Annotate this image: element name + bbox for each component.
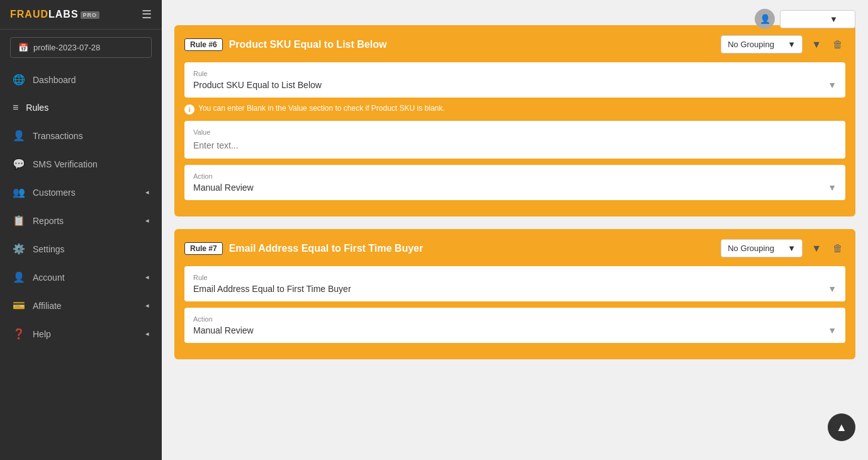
grouping-label: No Grouping	[728, 40, 774, 49]
rule-6-action-field: Action Manual Review ▼	[184, 165, 845, 200]
chevron-down-icon: ▼	[828, 325, 837, 335]
chevron-right-icon: ◂	[145, 216, 149, 225]
sidebar-item-label: Dashboard	[33, 75, 76, 85]
account-icon: 👤	[13, 271, 25, 283]
sidebar-nav: 🌐 Dashboard ≡ Rules 👤 Transactions 💬 SMS…	[0, 65, 162, 348]
value-label: Value	[193, 128, 837, 136]
rule-7-header: Rule #7 Email Address Equal to First Tim…	[184, 239, 845, 257]
chevron-down-icon: ▼	[830, 14, 838, 24]
info-text-content: You can enter Blank in the Value section…	[198, 104, 445, 113]
action-value: Manual Review ▼	[193, 182, 837, 193]
dashboard-icon: 🌐	[13, 74, 25, 86]
profile-label: profile-2023-07-28	[33, 43, 100, 52]
rule-value-text: Email Address Equal to First Time Buyer	[193, 284, 351, 294]
sidebar-item-label: Affiliate	[33, 301, 62, 311]
rule-7-expand-button[interactable]: ▼	[809, 240, 824, 257]
sidebar-item-sms-verification[interactable]: 💬 SMS Verification	[0, 150, 162, 178]
rule-6-value-field: Value	[184, 121, 845, 159]
sidebar: FRAUDLABSPRO ☰ 📅 profile-2023-07-28 🌐 Da…	[0, 0, 162, 460]
sidebar-item-affiliate[interactable]: 💳 Affiliate ◂	[0, 291, 162, 320]
scroll-top-button[interactable]: ▲	[828, 413, 855, 441]
rules-icon: ≡	[13, 102, 18, 113]
sidebar-item-label: Help	[33, 329, 51, 339]
rule-6-badge: Rule #6	[184, 38, 223, 51]
sidebar-item-account[interactable]: 👤 Account ◂	[0, 263, 162, 291]
main-content: 👤 ▼ Rule #6 Product SKU Equal to List Be…	[162, 0, 868, 460]
rule-value-text: Product SKU Equal to List Below	[193, 80, 322, 90]
profile-button[interactable]: 📅 profile-2023-07-28	[10, 37, 152, 58]
user-dropdown[interactable]: ▼	[780, 10, 855, 28]
rule-7-action-field: Action Manual Review ▼	[184, 308, 845, 343]
hamburger-icon[interactable]: ☰	[142, 8, 152, 21]
info-icon: i	[184, 104, 194, 115]
chevron-right-icon: ◂	[145, 188, 149, 196]
chevron-down-icon: ▼	[787, 244, 796, 253]
sidebar-item-label: SMS Verification	[33, 159, 98, 169]
rule-field-value: Email Address Equal to First Time Buyer …	[193, 284, 837, 294]
sidebar-item-dashboard[interactable]: 🌐 Dashboard	[0, 65, 162, 94]
action-value: Manual Review ▼	[193, 325, 837, 335]
sidebar-item-customers[interactable]: 👥 Customers ◂	[0, 178, 162, 206]
sidebar-item-label: Transactions	[33, 131, 83, 141]
sidebar-item-help[interactable]: ❓ Help ◂	[0, 320, 162, 348]
rule-7-card: Rule #7 Email Address Equal to First Tim…	[174, 229, 855, 359]
chevron-down-icon: ▼	[828, 80, 837, 90]
chevron-down-icon: ▼	[828, 182, 837, 193]
rule-field-label: Rule	[193, 274, 837, 281]
chevron-right-icon: ◂	[145, 273, 149, 281]
transactions-icon: 👤	[13, 130, 25, 142]
action-value-text: Manual Review	[193, 325, 254, 335]
action-value-text: Manual Review	[193, 182, 254, 193]
value-input[interactable]	[193, 140, 837, 150]
rule-6-delete-button[interactable]: 🗑	[830, 36, 845, 53]
customers-icon: 👥	[13, 186, 25, 198]
help-icon: ❓	[13, 328, 25, 340]
rule-6-expand-button[interactable]: ▼	[809, 36, 824, 53]
sidebar-item-reports[interactable]: 📋 Reports ◂	[0, 206, 162, 235]
sidebar-item-label: Settings	[33, 244, 65, 254]
sidebar-item-label: Reports	[33, 216, 64, 226]
rule-field-label: Rule	[193, 70, 837, 77]
rule-7-grouping-select[interactable]: No Grouping ▼	[721, 239, 803, 257]
topbar: 👤 ▼	[742, 0, 868, 38]
sidebar-item-label: Customers	[33, 188, 76, 198]
chevron-right-icon: ◂	[145, 301, 149, 310]
rule-6-rule-field: Rule Product SKU Equal to List Below ▼	[184, 62, 845, 98]
rule-7-delete-button[interactable]: 🗑	[830, 240, 845, 257]
sidebar-item-label: Account	[33, 272, 65, 283]
affiliate-icon: 💳	[13, 300, 25, 311]
rule-7-title: Email Address Equal to First Time Buyer	[229, 243, 714, 254]
sidebar-item-label: Rules	[26, 103, 48, 113]
chevron-right-icon: ◂	[145, 330, 149, 338]
sidebar-logo: FRAUDLABSPRO ☰	[0, 0, 162, 30]
avatar-icon: 👤	[760, 14, 770, 24]
sidebar-item-rules[interactable]: ≡ Rules	[0, 94, 162, 121]
rule-7-rule-field: Rule Email Address Equal to First Time B…	[184, 266, 845, 301]
rule-6-grouping-select[interactable]: No Grouping ▼	[721, 35, 803, 53]
rule-6-header: Rule #6 Product SKU Equal to List Below …	[184, 35, 845, 53]
action-label: Action	[193, 315, 837, 323]
scroll-top-icon: ▲	[836, 421, 847, 434]
chevron-down-icon: ▼	[787, 40, 796, 49]
reports-icon: 📋	[13, 215, 25, 227]
rules-container: Rule #6 Product SKU Equal to List Below …	[174, 13, 855, 359]
rule-field-value: Product SKU Equal to List Below ▼	[193, 80, 837, 90]
sidebar-item-settings[interactable]: ⚙️ Settings	[0, 235, 162, 263]
chevron-down-icon: ▼	[828, 284, 837, 294]
logo-text: FRAUDLABSPRO	[10, 9, 99, 20]
user-avatar: 👤	[755, 9, 775, 29]
sms-icon: 💬	[13, 158, 25, 170]
action-label: Action	[193, 172, 837, 180]
calendar-icon: 📅	[18, 43, 28, 52]
rule-6-info: i You can enter Blank in the Value secti…	[184, 104, 845, 115]
rule-7-badge: Rule #7	[184, 242, 223, 255]
sidebar-item-transactions[interactable]: 👤 Transactions	[0, 121, 162, 150]
rule-6-card: Rule #6 Product SKU Equal to List Below …	[174, 25, 855, 216]
settings-icon: ⚙️	[13, 243, 25, 255]
grouping-label: No Grouping	[728, 244, 774, 253]
rule-6-title: Product SKU Equal to List Below	[229, 39, 714, 50]
